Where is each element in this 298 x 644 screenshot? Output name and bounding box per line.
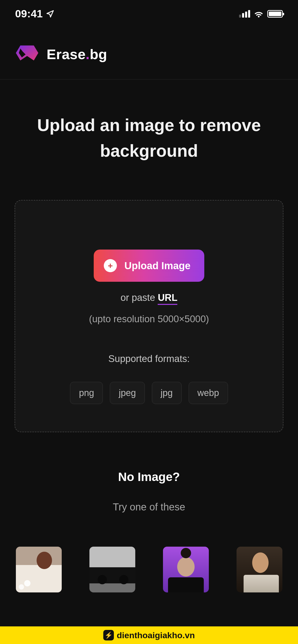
- upload-button-label: Upload Image: [124, 260, 190, 271]
- paste-url-row: or paste URL: [25, 292, 273, 303]
- brand-dot: .: [86, 46, 90, 62]
- status-right: [239, 10, 283, 18]
- wifi-icon: [254, 10, 264, 18]
- no-image-section: No Image? Try one of these: [0, 470, 298, 513]
- sample-thumbnail[interactable]: [89, 547, 135, 592]
- brand-name: Erase.bg: [47, 46, 107, 62]
- battery-icon: [267, 10, 283, 18]
- brand-suffix: bg: [90, 46, 107, 62]
- upload-image-button[interactable]: + Upload Image: [94, 250, 204, 282]
- format-chip: jpeg: [110, 382, 145, 404]
- status-bar: 09:41: [0, 0, 298, 28]
- status-left: 09:41: [15, 8, 54, 20]
- watermark-bar: ⚡ dienthoaigiakho.vn: [0, 626, 298, 644]
- brand-main: Erase: [47, 46, 86, 62]
- format-chip-row: png jpeg jpg webp: [25, 382, 273, 404]
- upload-dropzone[interactable]: + Upload Image or paste URL (upto resolu…: [15, 200, 283, 432]
- sample-thumbnail[interactable]: [237, 547, 282, 592]
- paste-url-link[interactable]: URL: [158, 292, 177, 305]
- watermark-text: dienthoaigiakho.vn: [117, 630, 195, 640]
- hero-section: Upload an image to remove background: [0, 79, 298, 164]
- page-title: Upload an image to remove background: [15, 112, 283, 164]
- paste-prefix: or paste: [121, 292, 158, 303]
- format-chip: png: [70, 382, 103, 404]
- logo-icon: [15, 43, 39, 65]
- format-chip: jpg: [152, 382, 182, 404]
- supported-formats-label: Supported formats:: [25, 353, 273, 364]
- resolution-note: (upto resolution 5000×5000): [25, 314, 273, 325]
- plus-icon: +: [104, 259, 117, 272]
- app-header: Erase.bg: [0, 28, 298, 79]
- cellular-signal-icon: [239, 10, 250, 18]
- sample-thumbnail[interactable]: [16, 547, 62, 592]
- sample-row: [0, 547, 298, 592]
- no-image-title: No Image?: [0, 470, 298, 484]
- sample-thumbnail[interactable]: [163, 547, 209, 592]
- watermark-badge-icon: ⚡: [103, 630, 114, 640]
- status-time: 09:41: [15, 8, 43, 20]
- location-icon: [46, 10, 54, 18]
- no-image-subtitle: Try one of these: [0, 501, 298, 513]
- format-chip: webp: [189, 382, 228, 404]
